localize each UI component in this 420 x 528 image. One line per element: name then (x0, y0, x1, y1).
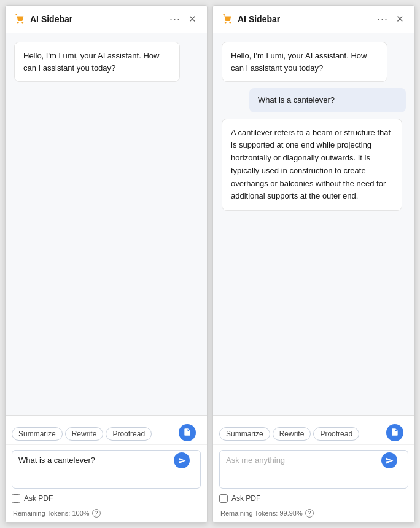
left-header: AI Sidebar ··· ✕ (6, 6, 207, 33)
right-ask-pdf-row: Ask PDF (213, 494, 414, 506)
left-summarize-chip[interactable]: Summarize (12, 427, 63, 441)
right-tokens-row: Remaining Tokens: 99.98% ? (213, 506, 414, 522)
left-chat-body: Hello, I'm Lumi, your AI assistant. How … (6, 33, 207, 415)
left-doc-button[interactable] (179, 424, 196, 441)
right-ask-pdf-label[interactable]: Ask PDF (231, 494, 260, 503)
right-proofread-chip[interactable]: Proofread (313, 427, 359, 441)
right-header: AI Sidebar ··· ✕ (213, 6, 414, 33)
left-tokens-text: Remaining Tokens: 100% (13, 510, 90, 517)
right-doc-button[interactable] (386, 424, 403, 441)
left-ask-pdf-checkbox[interactable] (12, 494, 20, 503)
right-quick-actions: Summarize Rewrite Proofread ⋮ (213, 423, 414, 445)
left-ai-greeting: Hello, I'm Lumi, your AI assistant. How … (14, 42, 180, 82)
right-cart-icon[interactable] (220, 12, 235, 26)
left-quick-actions: Summarize Rewrite Proofread ⋮ (6, 423, 207, 445)
left-send-button[interactable] (174, 452, 190, 468)
right-summarize-chip[interactable]: Summarize (219, 427, 270, 441)
left-tokens-help-icon[interactable]: ? (92, 509, 101, 518)
right-input-area (213, 445, 414, 494)
left-sidebar-title: AI Sidebar (30, 14, 165, 24)
left-ask-pdf-row: Ask PDF (6, 494, 207, 506)
left-tokens-row: Remaining Tokens: 100% ? (6, 506, 207, 522)
doc-icon (183, 428, 192, 438)
right-ai-response: A cantilever refers to a beam or structu… (222, 119, 402, 211)
left-chat-input[interactable]: What is a cantelever? (12, 450, 201, 489)
left-input-area: What is a cantelever? (6, 445, 207, 494)
right-rewrite-chip[interactable]: Rewrite (273, 427, 311, 441)
left-rewrite-chip[interactable]: Rewrite (65, 427, 104, 441)
left-proofread-chip[interactable]: Proofread (106, 427, 152, 441)
right-footer: Summarize Rewrite Proofread ⋮ Ask PDF Re… (213, 415, 414, 522)
left-close-icon[interactable]: ✕ (185, 12, 200, 26)
right-sidebar: AI Sidebar ··· ✕ Hello, I'm Lumi, your A… (212, 5, 415, 523)
right-sidebar-title: AI Sidebar (238, 14, 373, 24)
cart-icon[interactable] (13, 12, 28, 26)
right-chat-input[interactable] (219, 450, 408, 489)
right-close-icon[interactable]: ✕ (392, 12, 407, 26)
right-more-icon[interactable]: ··· (375, 12, 390, 26)
right-ask-pdf-checkbox[interactable] (219, 494, 228, 503)
left-ask-pdf-label[interactable]: Ask PDF (24, 494, 53, 503)
right-ai-greeting: Hello, I'm Lumi, your AI assistant. How … (222, 42, 387, 82)
right-tokens-help-icon[interactable]: ? (305, 509, 314, 518)
right-chat-body: Hello, I'm Lumi, your AI assistant. How … (213, 33, 414, 415)
right-doc-icon (391, 428, 399, 438)
right-tokens-text: Remaining Tokens: 99.98% (220, 510, 303, 517)
left-input-wrapper: What is a cantelever? (12, 450, 201, 491)
right-input-wrapper (219, 450, 408, 491)
right-user-message: What is a cantelever? (249, 88, 406, 112)
right-send-button[interactable] (381, 452, 397, 468)
left-footer: Summarize Rewrite Proofread ⋮ What is a … (6, 415, 207, 522)
left-more-icon[interactable]: ··· (168, 12, 182, 26)
left-sidebar: AI Sidebar ··· ✕ Hello, I'm Lumi, your A… (5, 5, 208, 523)
